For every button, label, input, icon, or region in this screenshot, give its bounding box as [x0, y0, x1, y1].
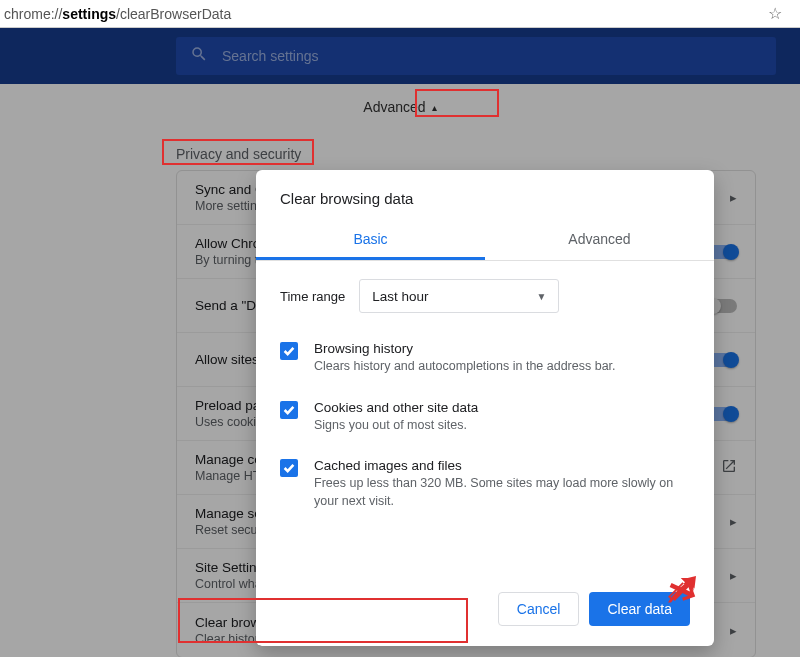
url-text: chrome://settings/clearBrowserData	[4, 6, 760, 22]
url-path: /clearBrowserData	[116, 6, 231, 22]
time-range-value: Last hour	[372, 289, 428, 304]
tab-advanced[interactable]: Advanced	[485, 221, 714, 260]
url-scheme: chrome://	[4, 6, 62, 22]
chevron-down-icon: ▼	[536, 291, 546, 302]
option-subtitle: Signs you out of most sites.	[314, 417, 478, 435]
clear-data-button[interactable]: Clear data	[589, 592, 690, 626]
checkbox[interactable]	[280, 401, 298, 419]
time-range-select[interactable]: Last hour ▼	[359, 279, 559, 313]
option-title: Cookies and other site data	[314, 400, 478, 415]
time-range-label: Time range	[280, 289, 345, 304]
option-title: Browsing history	[314, 341, 616, 356]
url-host: settings	[62, 6, 116, 22]
option-title: Cached images and files	[314, 458, 674, 473]
clear-option: Cached images and filesFrees up less tha…	[280, 446, 690, 522]
clear-option: Browsing historyClears history and autoc…	[280, 329, 690, 388]
option-subtitle: Frees up less than 320 MB. Some sites ma…	[314, 475, 674, 510]
clear-options: Browsing historyClears history and autoc…	[256, 321, 714, 522]
checkbox[interactable]	[280, 459, 298, 477]
checkbox[interactable]	[280, 342, 298, 360]
option-subtitle: Clears history and autocompletions in th…	[314, 358, 616, 376]
dialog-title: Clear browsing data	[256, 170, 714, 221]
cancel-button[interactable]: Cancel	[498, 592, 580, 626]
clear-option: Cookies and other site dataSigns you out…	[280, 388, 690, 447]
dialog-footer: Cancel Clear data	[256, 522, 714, 646]
address-bar[interactable]: chrome://settings/clearBrowserData ☆	[0, 0, 800, 28]
clear-browsing-data-dialog: Clear browsing data Basic Advanced Time …	[256, 170, 714, 646]
bookmark-star-icon[interactable]: ☆	[760, 4, 790, 23]
dialog-tabs: Basic Advanced	[256, 221, 714, 261]
time-range-row: Time range Last hour ▼	[256, 261, 714, 321]
tab-basic[interactable]: Basic	[256, 221, 485, 260]
